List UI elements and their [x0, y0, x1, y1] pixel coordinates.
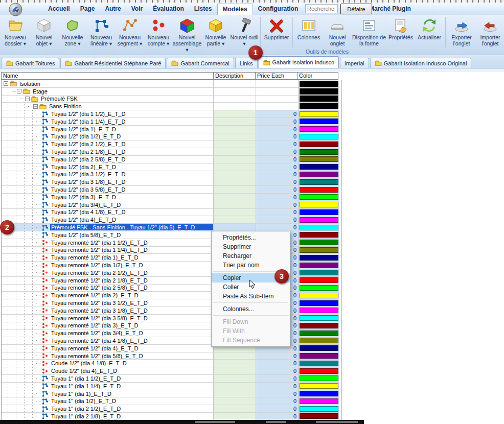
tab-gabarit-r-sidentiel-st-phane-par-[interactable]: Gabarit Résidentiel Stéphane Paré: [60, 58, 166, 68]
table-row[interactable]: Tuyau 1/2" (dia 3)_E_T_D0: [2, 194, 341, 201]
table-row[interactable]: Tuyau 1/2" (dia 2 1/2)_E_T_D0: [2, 140, 341, 148]
table-row[interactable]: Coude 1/2" (dia 4)_E_T_D0: [2, 367, 341, 375]
context-menu-item-recharger[interactable]: Recharger: [212, 251, 290, 261]
new-assembly-button[interactable]: Nouvel assemblage ▾: [173, 16, 201, 53]
new-tab-button[interactable]: Nouvel onglet: [323, 16, 352, 47]
tree-guide: [4, 103, 12, 110]
table-row[interactable]: Tuyau 1/2" (dia 2)_E_T_D0: [2, 163, 341, 171]
tab-gabarit-toitures[interactable]: Gabarit Toitures: [2, 58, 59, 68]
tab-gabarit-commercal[interactable]: Gabarit Commercal: [167, 58, 234, 68]
table-row[interactable]: Tuyau remonté 1/2" (dia 5/8)_E_T_D0: [2, 352, 341, 360]
table-row[interactable]: Tuyau 1" (dia 1 1/4)_E_T_D0: [2, 383, 341, 390]
context-menu-item-fill-sequence: Fill Sequence: [212, 336, 290, 345]
table-row[interactable]: Tuyau 1/2" (dia 4)_E_T_D0: [2, 216, 341, 224]
new-object-button[interactable]: Nouvel objet ▾: [30, 16, 58, 47]
menu-item-listes[interactable]: Listes: [189, 4, 217, 15]
table-row[interactable]: Tuyau 1" (dia 2 1/8)_E_T_D0: [2, 413, 341, 420]
ribbon-group-label: Outils de modèles: [286, 49, 368, 55]
table-row[interactable]: Tuyau 1/2" (dia 1)_E_T_D0: [2, 126, 341, 133]
column-header-name[interactable]: Name: [1, 72, 214, 80]
tree-folder-row[interactable]: −Sans Finition: [2, 103, 341, 110]
new-segment-button[interactable]: Nouveau segment ▾: [116, 16, 144, 47]
column-header-price-each[interactable]: Price Each: [255, 72, 297, 80]
search-input[interactable]: [305, 4, 338, 13]
new-assembly-label: Nouvel assemblage ▾: [173, 35, 202, 53]
properties-button[interactable]: Propriétés: [386, 16, 415, 41]
linear-item-icon: [41, 413, 49, 419]
new-linear-button[interactable]: Nouveau linéaire ▾: [87, 16, 116, 47]
table-row[interactable]: Tuyau 1/2" (dia 2 5/8)_E_T_D0: [2, 156, 341, 163]
table-row[interactable]: Prémoulé FSK - Sans Finition - Tuyau 1/2…: [2, 224, 341, 231]
price-cell: 0: [256, 140, 299, 148]
new-folder-button[interactable]: Nouveau dossier ▾: [1, 16, 30, 47]
tree-expander-icon[interactable]: −: [33, 104, 38, 109]
table-row[interactable]: Tuyau 1/2" (dia 3 1/2)_E_T_D0: [2, 171, 341, 179]
tree-guide: [28, 307, 36, 314]
menu-item-mod-les[interactable]: Modèles: [217, 4, 253, 15]
color-cell: [299, 397, 339, 405]
table-row[interactable]: Coude 1/2" (dia 4 1/8)_E_T_D0: [2, 360, 341, 367]
table-row[interactable]: Tuyau 1/2" (dia 1 1/4)_E_T_D0: [2, 118, 341, 126]
context-menu-item-paste-as-sub-item[interactable]: Paste As Sub-Item: [212, 292, 290, 301]
delete-button[interactable]: Supprimer: [262, 16, 291, 41]
tree-stub: [36, 152, 40, 152]
tree-guide: [12, 247, 20, 254]
table-row[interactable]: Tuyau 1/2" (dia 4 1/8)_E_T_D0: [2, 209, 341, 217]
menu-item-voir[interactable]: Voir: [126, 4, 148, 15]
tree-guide: [4, 277, 12, 284]
new-zone-label: Nouvelle zone ▾: [58, 35, 87, 47]
export-tab-button[interactable]: Exporter l'onglet: [447, 16, 476, 47]
refresh-button[interactable]: Actualiser: [415, 16, 444, 41]
tree-stub: [36, 121, 40, 122]
tree-expander-icon[interactable]: −: [25, 97, 30, 101]
shape-layout-button[interactable]: Disposition de la forme: [352, 16, 386, 47]
column-header-description[interactable]: Description: [213, 72, 256, 80]
table-row[interactable]: Tuyau 1/2" (dia 3/4)_E_T_D0: [2, 201, 341, 209]
price-cell: 0: [256, 360, 299, 367]
tree-guide: [28, 133, 36, 140]
context-menu-item-supprimer[interactable]: Supprimer: [212, 242, 290, 251]
new-zone-button[interactable]: Nouvelle zone ▾: [58, 16, 87, 47]
color-cell: [299, 126, 339, 133]
table-row[interactable]: Tuyau 1" (dia 2 1/2)_E_T_D0: [2, 405, 341, 413]
menu-item-configuration[interactable]: Configuration: [253, 4, 304, 15]
context-menu-item-trier-par-nom[interactable]: Trier par nom: [212, 261, 290, 270]
table-row[interactable]: Tuyau 1/2" (dia 1 1/2)_E_T_D0: [2, 110, 341, 118]
table-row[interactable]: Tuyau 1/2" (dia 3 1/8)_E_T_D0: [2, 178, 341, 186]
tree-guide: [12, 201, 20, 208]
name-cell: Tuyau 1" (dia 1)_E_T_D: [2, 390, 214, 398]
import-tab-button[interactable]: Importer l'onglet: [476, 16, 504, 47]
menu-item-autre[interactable]: Autre: [100, 4, 126, 15]
context-menu-item-coller[interactable]: Coller: [212, 282, 290, 292]
tree-folder-row[interactable]: −Étage: [2, 88, 341, 96]
color-cell: [299, 171, 339, 179]
tab-imperial[interactable]: imperial: [340, 58, 369, 68]
context-menu-item-propri-t-s-[interactable]: Propriétés...: [212, 233, 290, 242]
table-row[interactable]: Tuyau 1" (dia 1)_E_T_D0: [2, 390, 341, 398]
tree-expander-icon[interactable]: −: [17, 89, 21, 93]
table-row[interactable]: Tuyau 1" (dia 1/2)_E_T_D0: [2, 397, 341, 405]
new-account-button[interactable]: Nouveau compte ▾: [144, 16, 173, 47]
tab-gabarit-isolation-indusco[interactable]: Gabarit Isolation Indusco: [259, 56, 339, 68]
table-row[interactable]: Tuyau 1" (dia 1 1/2)_E_T_D0: [2, 375, 341, 383]
undo-button[interactable]: Défaire: [340, 4, 372, 14]
tree-folder-row[interactable]: −Prémoulé FSK: [2, 96, 341, 103]
table-row[interactable]: Tuyau 1/2" (dia 1/2)_E_T_D0: [2, 133, 341, 141]
column-header-color[interactable]: Color: [297, 72, 338, 80]
name-cell: Tuyau remonté 1/2" (dia 2 1/2)_E_T_D: [2, 269, 214, 277]
table-row[interactable]: Tuyau 1/2" (dia 2 1/8)_E_T_D0: [2, 148, 341, 156]
context-menu-item-colonnes-[interactable]: Colonnes...: [212, 304, 290, 314]
new-part-button[interactable]: Nouvelle partie ▾: [201, 16, 230, 47]
menu-item--valuation[interactable]: Évaluation: [148, 4, 189, 15]
menu-item-accueil[interactable]: Accueil: [43, 4, 75, 15]
columns-button[interactable]: Colonnes: [294, 16, 323, 41]
ribbon-separator: [260, 17, 261, 48]
tree-expander-icon[interactable]: −: [4, 81, 8, 86]
tab-gabarit-isolation-indusco-original[interactable]: Gabarit Isolation Indusco Original: [370, 58, 472, 68]
folder-icon: [6, 60, 13, 66]
table-row[interactable]: Tuyau 1/2" (dia 3 5/8)_E_T_D0: [2, 186, 341, 194]
tree-folder-row[interactable]: −Isolation: [2, 80, 341, 88]
new-tool-button[interactable]: Nouvel outil ▾: [230, 16, 259, 47]
menu-item-page[interactable]: Page: [75, 4, 100, 15]
app-logo-icon[interactable]: [9, 3, 22, 16]
